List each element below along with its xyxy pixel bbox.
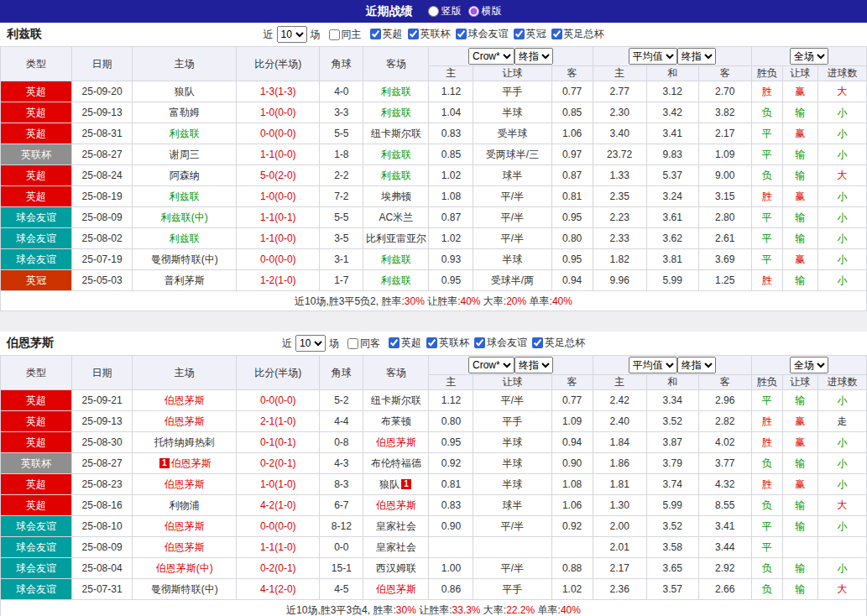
team-name-text: 利兹联	[170, 232, 200, 244]
layout-radio[interactable]	[428, 6, 439, 17]
sub-col-header: 客	[551, 375, 593, 390]
league-badge: 英超	[1, 432, 72, 453]
handicap-line: 平手	[473, 411, 551, 432]
static-col-header: 类型	[1, 47, 72, 81]
same-venue-checkbox[interactable]	[329, 29, 340, 40]
static-col-header: 角球	[320, 47, 363, 81]
euro-away-odds: 4.02	[698, 432, 751, 453]
euro-draw-odds: 3.61	[646, 207, 698, 228]
handicap-line: 半球	[473, 453, 551, 474]
euro-odds-stage-select[interactable]: 终指	[677, 48, 716, 65]
handicap-line: 平/半	[473, 516, 551, 537]
asian-away-odds: 1.02	[551, 579, 593, 600]
layout-radio[interactable]	[468, 6, 479, 17]
league-filter-checkbox[interactable]	[514, 29, 525, 39]
result-goals: 小	[817, 102, 866, 123]
team-name: 伯恩茅斯	[7, 336, 54, 351]
league-filter-英超[interactable]: 英超	[370, 27, 403, 41]
euro-odds-source-select[interactable]: 平均值	[629, 48, 677, 65]
same-venue-checkbox[interactable]	[347, 338, 358, 349]
result-outcome: 负	[751, 495, 782, 516]
summary-segment: 让胜率:	[416, 604, 452, 616]
away-team: 布伦特福德	[363, 453, 429, 474]
result-handicap	[782, 537, 817, 558]
euro-draw-odds: 3.42	[646, 102, 698, 123]
team-name-text: 伯恩茅斯	[165, 478, 205, 490]
summary-segment: 30%	[396, 604, 416, 616]
match-row: 英联杯25-08-271伯恩茅斯0-2(0-1)4-3布伦特福德0.92半球0.…	[1, 453, 867, 474]
home-team: 阿森纳	[133, 165, 237, 186]
league-filter-英足总杯[interactable]: 英足总杯	[551, 27, 604, 41]
league-filter-英联杯[interactable]: 英联杯	[426, 336, 469, 350]
league-filter-label: 英冠	[526, 27, 546, 41]
result-goals: 小	[817, 207, 866, 228]
score: 1-1(0-0)	[237, 228, 320, 249]
result-outcome: 负	[751, 453, 782, 474]
score: 4-2(1-0)	[237, 495, 320, 516]
league-badge: 英超	[1, 495, 72, 516]
score: 0-0(0-0)	[237, 249, 320, 270]
result-scope-select[interactable]: 全场	[790, 48, 828, 65]
euro-away-odds: 4.32	[698, 474, 751, 495]
league-filter-英冠[interactable]: 英冠	[514, 27, 546, 41]
result-outcome: 胜	[751, 411, 782, 432]
corner-score: 5-2	[320, 390, 363, 411]
team-name-text: 利物浦	[170, 499, 200, 511]
handicap-line: 受球半/两	[473, 270, 551, 291]
sub-col-header: 客	[698, 375, 751, 390]
euro-home-odds: 1.86	[593, 453, 646, 474]
league-filter-球会友谊[interactable]: 球会友谊	[456, 27, 509, 41]
league-filter-英足总杯[interactable]: 英足总杯	[532, 336, 585, 350]
summary-segment: 30%	[405, 295, 425, 307]
league-filter-checkbox[interactable]	[474, 337, 485, 348]
league-filter-checkbox[interactable]	[408, 29, 419, 39]
league-filter-checkbox[interactable]	[551, 29, 562, 39]
euro-odds-source-select[interactable]: 平均值	[629, 357, 677, 373]
filter-prefix-label: 近	[282, 337, 292, 351]
result-goals: 小	[817, 249, 866, 270]
asian-odds-stage-select[interactable]: 终指	[514, 48, 553, 65]
asian-away-odds: 0.80	[551, 228, 593, 249]
corner-score: 0-8	[320, 432, 363, 453]
handicap-line: 平/半	[473, 207, 551, 228]
header-select-row: 类型 日期 主场 比分(半场) 角球 客场 Crow*终指 平均值终指 全场	[1, 47, 867, 66]
result-scope-select[interactable]: 全场	[790, 357, 828, 373]
layout-option-horizontal[interactable]: 横版	[468, 4, 502, 18]
score: 0-2(0-1)	[237, 453, 320, 474]
away-team: 狼队1	[363, 474, 429, 495]
near-count-select[interactable]: 10	[277, 26, 307, 43]
league-filter-checkbox[interactable]	[389, 337, 400, 348]
asian-home-odds: 1.12	[429, 390, 473, 411]
asian-odds-stage-select[interactable]: 终指	[514, 357, 553, 373]
team-name-text: 利兹联	[170, 191, 200, 202]
team-name-text: 狼队	[175, 86, 195, 97]
filter-row: 伯恩茅斯 近 10 场 同客 英超英联杯球会友谊英足总杯	[0, 331, 867, 355]
euro-away-odds: 2.82	[698, 411, 751, 432]
league-filter-英联杯[interactable]: 英联杯	[408, 27, 451, 41]
euro-draw-odds: 3.79	[646, 453, 698, 474]
layout-option-vertical[interactable]: 竖版	[428, 4, 462, 18]
corner-score: 4-5	[320, 579, 363, 600]
league-filter-checkbox[interactable]	[532, 337, 543, 348]
euro-draw-odds: 5.99	[646, 270, 698, 291]
league-filter-checkbox[interactable]	[426, 337, 437, 348]
sections-mount: 利兹联 近 10 场 同主 英超英联杯球会友谊英冠英足总杯	[0, 23, 867, 616]
league-filter-英超[interactable]: 英超	[389, 336, 421, 350]
bookmaker-select[interactable]: Crow*	[468, 48, 514, 65]
same-venue-filter[interactable]: 同主	[329, 28, 362, 42]
red-card-badge: 1	[401, 479, 411, 489]
bookmaker-select[interactable]: Crow*	[468, 357, 514, 373]
corner-score: 15-1	[320, 558, 363, 579]
score: 1-1(0-0)	[237, 144, 320, 165]
league-filter-球会友谊[interactable]: 球会友谊	[474, 336, 527, 350]
team-name-text: 伯恩茅斯	[165, 541, 205, 553]
summary-segment: 近10场,胜3平3负4, 胜率:	[286, 604, 396, 616]
asian-away-odds: 0.87	[551, 165, 593, 186]
team-name: 利兹联	[7, 27, 42, 42]
euro-odds-stage-select[interactable]: 终指	[677, 357, 716, 373]
near-count-select[interactable]: 10	[295, 335, 326, 352]
league-filter-checkbox[interactable]	[456, 29, 467, 39]
league-filter-checkbox[interactable]	[370, 29, 381, 39]
euro-away-odds: 9.00	[698, 165, 751, 186]
same-venue-filter[interactable]: 同客	[347, 337, 380, 351]
